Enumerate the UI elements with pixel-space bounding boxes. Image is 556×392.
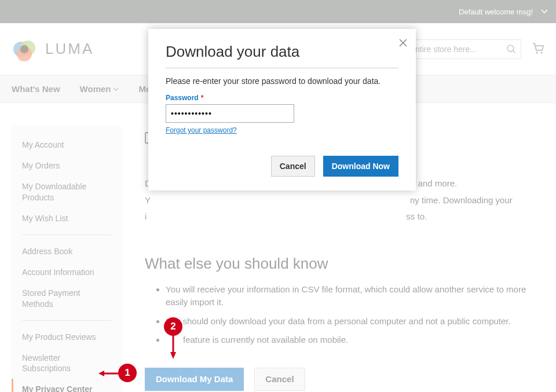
- password-input[interactable]: [166, 104, 294, 123]
- modal-divider: [166, 68, 398, 68]
- modal-footer: Cancel Download Now: [148, 149, 416, 190]
- modal-title: Download your data: [166, 43, 398, 61]
- modal-download-now-button[interactable]: Download Now: [323, 156, 398, 177]
- arrow-icon: [98, 369, 119, 378]
- annotation-2: 2: [164, 317, 182, 336]
- close-icon[interactable]: [398, 37, 408, 50]
- modal-cancel-button[interactable]: Cancel: [271, 156, 315, 177]
- svg-marker-11: [98, 371, 104, 376]
- modal-message: Please re-enter your store password to d…: [166, 76, 398, 86]
- forgot-password-link[interactable]: Forgot your password?: [166, 126, 237, 134]
- svg-marker-13: [170, 352, 176, 359]
- required-asterisk: *: [201, 94, 204, 102]
- annotation-1: 1: [118, 364, 137, 382]
- arrow-icon: [169, 336, 177, 359]
- download-data-modal: Download your data Please re-enter your …: [148, 29, 416, 190]
- password-label: Password*: [166, 94, 398, 102]
